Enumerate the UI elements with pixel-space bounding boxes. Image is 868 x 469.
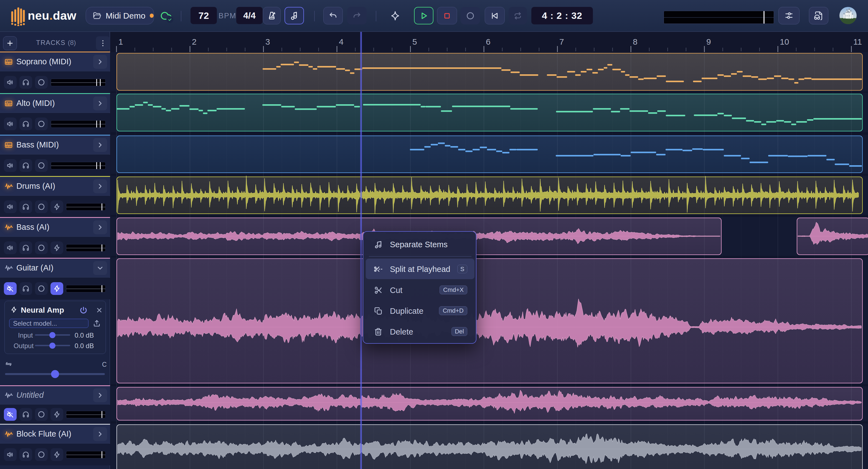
svg-text:5: 5 [412,37,417,46]
svg-text:9: 9 [706,37,711,46]
svg-text:3: 3 [266,37,270,46]
svg-text:7: 7 [559,37,564,46]
svg-text:11: 11 [853,37,862,46]
svg-text:8: 8 [633,37,638,46]
svg-text:2: 2 [192,37,197,46]
svg-text:1: 1 [118,37,123,46]
svg-text:4: 4 [339,37,344,46]
svg-text:6: 6 [486,37,491,46]
svg-text:10: 10 [780,37,789,46]
